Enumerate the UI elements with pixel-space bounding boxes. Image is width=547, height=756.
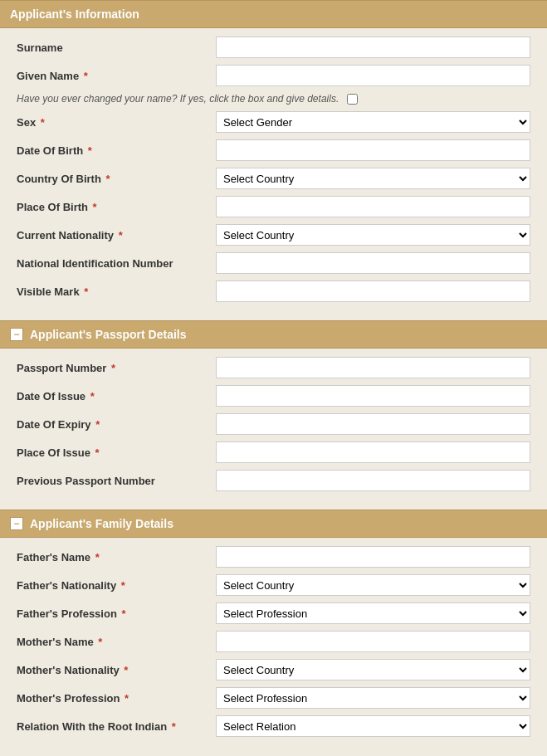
mothers-name-row: Mother's Name * <box>17 631 530 652</box>
national-id-input[interactable] <box>216 252 530 274</box>
country-of-birth-row: Country Of Birth * Select Country <box>17 168 530 189</box>
place-of-issue-row: Place Of Issue * <box>17 441 530 463</box>
applicant-info-title: Applicant's Information <box>10 7 139 21</box>
previous-passport-label: Previous Passport Number <box>17 475 208 487</box>
sex-label: Sex * <box>17 116 208 129</box>
mothers-nationality-select[interactable]: Select Country <box>216 659 530 680</box>
mothers-profession-select[interactable]: Select Profession <box>216 687 530 709</box>
passport-details-title: Applicant's Passport Details <box>30 328 187 341</box>
mothers-nationality-row: Mother's Nationality * Select Country <box>17 659 530 680</box>
passport-details-section: Passport Number * Date Of Issue * Date O… <box>0 349 547 510</box>
form-wrapper: Applicant's Information Surname Given Na… <box>0 0 547 755</box>
relation-root-indian-required: * <box>172 720 176 733</box>
date-of-expiry-row: Date Of Expiry * <box>17 413 530 435</box>
place-of-issue-input[interactable] <box>216 441 530 463</box>
nationality-label: Current Nationality * <box>17 229 208 241</box>
mothers-name-input[interactable] <box>216 631 530 652</box>
date-of-expiry-label: Date Of Expiry * <box>17 418 208 431</box>
place-of-issue-label: Place Of Issue * <box>17 446 208 459</box>
place-of-birth-input[interactable] <box>216 196 530 217</box>
date-of-issue-row: Date Of Issue * <box>17 385 530 407</box>
country-of-birth-required: * <box>105 173 110 185</box>
place-of-birth-row: Place Of Birth * <box>17 196 530 217</box>
fathers-profession-label: Father's Profession * <box>17 607 208 620</box>
fathers-name-required: * <box>95 551 100 563</box>
place-of-birth-label: Place Of Birth * <box>17 201 208 213</box>
date-of-expiry-required: * <box>95 418 100 431</box>
surname-input[interactable] <box>216 37 530 58</box>
mothers-name-label: Mother's Name * <box>17 636 208 648</box>
country-of-birth-label: Country Of Birth * <box>17 173 208 185</box>
mothers-profession-label: Mother's Profession * <box>17 692 208 705</box>
name-change-row: Have you ever changed your name? If yes,… <box>17 93 530 105</box>
mothers-profession-required: * <box>125 692 129 705</box>
nationality-row: Current Nationality * Select Country <box>17 224 530 246</box>
dob-label: Date Of Birth * <box>17 144 208 157</box>
dob-row: Date Of Birth * <box>17 139 530 161</box>
given-name-label: Given Name * <box>17 70 208 82</box>
fathers-nationality-select[interactable]: Select Country <box>216 574 530 596</box>
given-name-row: Given Name * <box>17 65 530 86</box>
fathers-name-row: Father's Name * <box>17 546 530 568</box>
surname-label: Surname <box>17 41 208 54</box>
fathers-nationality-label: Father's Nationality * <box>17 579 208 592</box>
place-of-birth-required: * <box>93 201 97 213</box>
family-details-title: Applicant's Family Details <box>30 517 173 530</box>
dob-required: * <box>88 144 92 157</box>
family-details-section: Father's Name * Father's Nationality * S… <box>0 538 547 755</box>
passport-number-required: * <box>111 362 115 374</box>
date-of-issue-input[interactable] <box>216 385 530 407</box>
country-of-birth-select[interactable]: Select Country <box>216 168 530 189</box>
visible-mark-required: * <box>84 285 88 298</box>
sex-select[interactable]: Select Gender Male Female Other <box>216 111 530 133</box>
relation-root-indian-label: Relation With the Root Indian * <box>17 720 208 733</box>
given-name-input[interactable] <box>216 65 530 86</box>
surname-row: Surname <box>17 37 530 58</box>
previous-passport-row: Previous Passport Number <box>17 470 530 491</box>
sex-row: Sex * Select Gender Male Female Other <box>17 111 530 133</box>
national-id-label: National Identification Number <box>17 257 208 270</box>
relation-root-indian-select[interactable]: Select Relation <box>216 715 530 737</box>
name-change-checkbox[interactable] <box>347 94 358 105</box>
previous-passport-input[interactable] <box>216 470 530 491</box>
fathers-profession-row: Father's Profession * Select Profession <box>17 602 530 624</box>
passport-number-row: Passport Number * <box>17 357 530 378</box>
mothers-nationality-required: * <box>124 664 128 676</box>
given-name-required: * <box>84 70 88 82</box>
applicant-info-section: Surname Given Name * Have you ever chang… <box>0 28 547 320</box>
date-of-expiry-input[interactable] <box>216 413 530 435</box>
fathers-profession-select[interactable]: Select Profession <box>216 602 530 624</box>
fathers-name-input[interactable] <box>216 546 530 568</box>
nationality-required: * <box>119 229 123 241</box>
dob-input[interactable] <box>216 139 530 161</box>
fathers-profession-required: * <box>121 607 125 620</box>
mothers-profession-row: Mother's Profession * Select Profession <box>17 687 530 709</box>
fathers-nationality-row: Father's Nationality * Select Country <box>17 574 530 596</box>
passport-details-header: − Applicant's Passport Details <box>0 320 547 349</box>
family-details-header: − Applicant's Family Details <box>0 510 547 538</box>
place-of-issue-required: * <box>95 446 100 459</box>
fathers-name-label: Father's Name * <box>17 551 208 563</box>
passport-collapse-button[interactable]: − <box>10 328 23 341</box>
visible-mark-row: Visible Mark * <box>17 280 530 302</box>
nationality-select[interactable]: Select Country <box>216 224 530 246</box>
relation-root-indian-row: Relation With the Root Indian * Select R… <box>17 715 530 737</box>
national-id-row: National Identification Number <box>17 252 530 274</box>
visible-mark-input[interactable] <box>216 280 530 302</box>
family-collapse-button[interactable]: − <box>10 517 23 530</box>
passport-number-label: Passport Number * <box>17 362 208 374</box>
fathers-nationality-required: * <box>121 579 125 592</box>
passport-number-input[interactable] <box>216 357 530 378</box>
date-of-issue-label: Date Of Issue * <box>17 390 208 402</box>
name-change-text: Have you ever changed your name? If yes,… <box>17 93 339 105</box>
mothers-name-required: * <box>98 636 102 648</box>
mothers-nationality-label: Mother's Nationality * <box>17 664 208 676</box>
applicant-info-header: Applicant's Information <box>0 0 547 28</box>
date-of-issue-required: * <box>90 390 95 402</box>
sex-required: * <box>41 116 45 129</box>
visible-mark-label: Visible Mark * <box>17 285 208 298</box>
